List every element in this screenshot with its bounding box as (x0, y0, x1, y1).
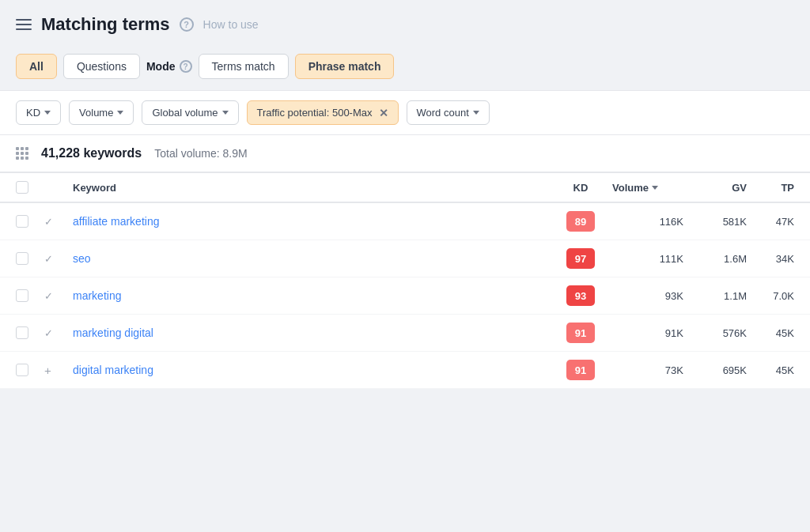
table-row: ✓ marketing 93 93K 1.1M 7.0K (0, 277, 810, 315)
gv-cell: 581K (683, 216, 747, 228)
th-keyword: Keyword (73, 182, 549, 194)
volume-cell: 93K (612, 290, 683, 302)
gv-cell: 1.6M (683, 253, 747, 265)
tp-cell: 34K (747, 253, 794, 265)
kd-badge: 91 (566, 360, 595, 380)
row-checkbox[interactable] (16, 252, 28, 265)
kd-cell: 89 (549, 211, 612, 232)
filter-row-2: KD Volume Global volume Traffic potentia… (0, 90, 810, 135)
chevron-down-icon (117, 111, 123, 115)
check-icon: ✓ (44, 253, 73, 265)
tp-cell: 7.0K (747, 290, 794, 302)
filter-questions-button[interactable]: Questions (63, 54, 140, 79)
th-kd: KD (549, 182, 612, 194)
keyword-link[interactable]: marketing digital (73, 326, 549, 339)
chevron-down-icon (44, 111, 51, 115)
traffic-potential-badge: Traffic potential: 500-Max ✕ (247, 100, 399, 125)
tp-cell: 45K (747, 327, 794, 339)
help-icon[interactable]: ? (180, 17, 194, 32)
row-checkbox[interactable] (16, 289, 28, 302)
kd-badge: 93 (566, 285, 595, 306)
gv-cell: 576K (683, 327, 747, 339)
volume-cell: 111K (612, 253, 683, 265)
hamburger-menu[interactable] (16, 19, 32, 30)
global-volume-dropdown[interactable]: Global volume (142, 100, 238, 125)
total-volume: Total volume: 8.9M (154, 147, 248, 160)
gv-cell: 695K (683, 364, 747, 376)
table-row: ✓ affiliate marketing 89 116K 581K 47K (0, 203, 810, 240)
volume-dropdown[interactable]: Volume (69, 100, 134, 125)
sort-arrow-icon (652, 186, 658, 190)
kd-dropdown[interactable]: KD (16, 100, 61, 125)
kd-badge: 89 (566, 211, 595, 232)
volume-cell: 91K (612, 327, 683, 339)
tp-cell: 47K (747, 216, 794, 228)
page-title: Matching terms (41, 14, 170, 35)
kd-cell: 91 (549, 360, 612, 380)
kd-cell: 91 (549, 323, 612, 343)
keyword-link[interactable]: affiliate marketing (73, 215, 549, 228)
th-gv: GV (683, 182, 747, 194)
table-header: Keyword KD Volume GV TP (0, 172, 810, 203)
terms-match-button[interactable]: Terms match (199, 54, 289, 79)
gv-cell: 1.1M (683, 290, 747, 302)
volume-cell: 73K (612, 364, 683, 376)
keywords-count: 41,228 keywords (41, 146, 142, 160)
word-count-dropdown[interactable]: Word count (407, 100, 490, 125)
keyword-link[interactable]: seo (73, 252, 549, 265)
mode-label: Mode ? (146, 60, 192, 73)
check-icon: ✓ (44, 327, 73, 339)
th-tp: TP (747, 182, 794, 194)
chevron-down-icon (473, 111, 479, 115)
table-body: ✓ affiliate marketing 89 116K 581K 47K ✓… (0, 203, 810, 389)
phrase-match-button[interactable]: Phrase match (295, 54, 395, 79)
kd-badge: 97 (566, 248, 595, 269)
grid-icon (16, 147, 28, 160)
row-checkbox[interactable] (16, 364, 28, 376)
plus-icon: + (44, 364, 73, 377)
check-icon: ✓ (44, 290, 73, 302)
header: Matching terms ? How to use (0, 0, 810, 46)
kd-cell: 93 (549, 285, 612, 306)
close-traffic-badge-button[interactable]: ✕ (379, 108, 388, 119)
table-row: ✓ seo 97 111K 1.6M 34K (0, 240, 810, 277)
volume-cell: 116K (612, 216, 683, 228)
keyword-link[interactable]: digital marketing (73, 364, 549, 376)
filter-bar: All Questions Mode ? Terms match Phrase … (0, 46, 810, 90)
stats-bar: 41,228 keywords Total volume: 8.9M (0, 135, 810, 172)
row-checkbox[interactable] (16, 326, 28, 339)
how-to-use-link[interactable]: How to use (203, 18, 259, 31)
th-volume[interactable]: Volume (612, 182, 683, 194)
kd-cell: 97 (549, 248, 612, 269)
table-row: + digital marketing 91 73K 695K 45K (0, 352, 810, 389)
select-all-checkbox[interactable] (16, 181, 28, 194)
kd-badge: 91 (566, 323, 595, 343)
keyword-link[interactable]: marketing (73, 289, 549, 302)
check-icon: ✓ (44, 216, 73, 228)
table-row: ✓ marketing digital 91 91K 576K 45K (0, 315, 810, 352)
filter-all-button[interactable]: All (16, 54, 57, 79)
mode-help-icon[interactable]: ? (180, 60, 192, 73)
row-checkbox[interactable] (16, 215, 28, 228)
tp-cell: 45K (747, 364, 794, 376)
chevron-down-icon (222, 111, 229, 115)
